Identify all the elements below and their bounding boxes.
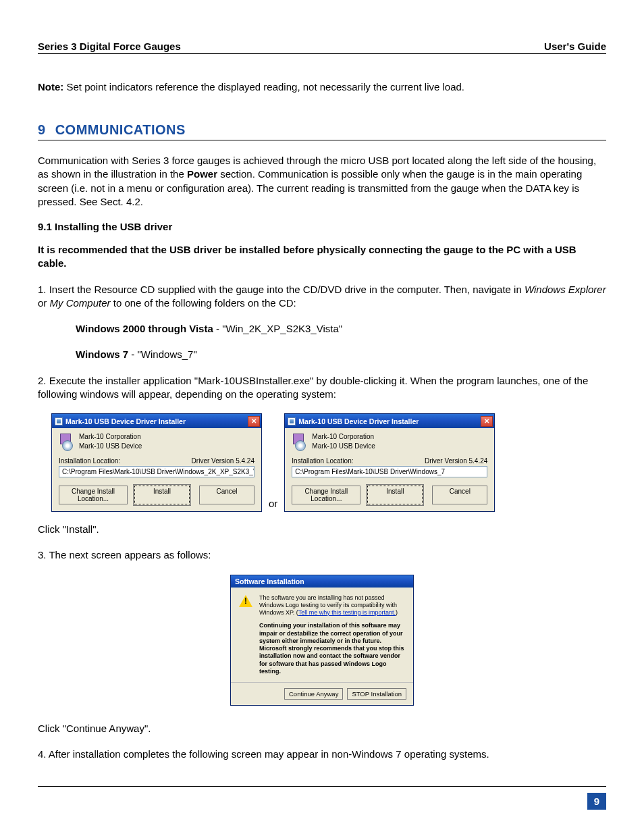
cancel-button[interactable]: Cancel <box>432 486 487 504</box>
folder-win2k: Windows 2000 through Vista - "Win_2K_XP_… <box>76 322 606 336</box>
installer-icon <box>59 432 74 450</box>
continue-anyway-button[interactable]: Continue Anyway <box>284 688 343 700</box>
soft-warning-bold: Continuing your installation of this sof… <box>259 622 405 675</box>
step1-mycomputer: My Computer <box>50 297 111 309</box>
install-button[interactable]: Install <box>367 486 423 504</box>
titlebar: Mark-10 USB Device Driver Installer ✕ <box>52 414 261 428</box>
step1-explorer: Windows Explorer <box>525 284 606 295</box>
titlebar: Mark-10 USB Device Driver Installer ✕ <box>285 414 494 428</box>
section-name: COMMUNICATIONS <box>55 122 186 137</box>
corp-name: Mark-10 Corporation <box>312 432 375 442</box>
note-text: Set point indicators reference the displ… <box>63 81 464 93</box>
win2k-path: - "Win_2K_XP_S2K3_Vista" <box>213 323 342 334</box>
stop-installation-button[interactable]: STOP Installation <box>347 688 406 700</box>
win7-path: - "Windows_7" <box>128 348 197 360</box>
soft-titlebar: Software Installation <box>231 575 413 588</box>
click-install: Click "Install". <box>38 523 606 536</box>
footer-rule <box>38 786 606 787</box>
step-1: 1. Insert the Resource CD supplied with … <box>38 283 606 311</box>
change-location-button[interactable]: Change Install Location... <box>59 486 128 504</box>
device-name: Mark-10 USB Device <box>79 442 142 451</box>
warning-icon: ! <box>239 594 252 608</box>
corp-name: Mark-10 Corporation <box>79 432 142 442</box>
version-label: Driver Version 5.4.24 <box>425 457 487 465</box>
location-label: Installation Location: <box>292 457 353 465</box>
section-title: 9COMMUNICATIONS <box>38 122 606 140</box>
recommendation: It is recommended that the USB driver be… <box>38 243 606 271</box>
titlebar-text: Mark-10 USB Device Driver Installer <box>65 417 186 425</box>
step-2: 2. Execute the installer application "Ma… <box>38 374 606 402</box>
close-icon[interactable]: ✕ <box>248 416 260 427</box>
installer-dialog-vista: Mark-10 USB Device Driver Installer ✕ Ma… <box>51 413 262 512</box>
installer-dialog-win7: Mark-10 USB Device Driver Installer ✕ Ma… <box>284 413 495 512</box>
installer-icon <box>292 432 306 450</box>
close-icon[interactable]: ✕ <box>481 416 493 427</box>
change-location-button[interactable]: Change Install Location... <box>292 486 360 504</box>
app-icon <box>288 417 296 425</box>
soft-message: The software you are installing has not … <box>259 594 405 676</box>
cancel-button[interactable]: Cancel <box>199 486 254 504</box>
header-right: User's Guide <box>544 41 606 52</box>
location-label: Installation Location: <box>59 457 120 465</box>
install-button[interactable]: Install <box>134 486 190 504</box>
subsection-heading: 9.1 Installing the USB driver <box>38 221 606 232</box>
device-name: Mark-10 USB Device <box>312 442 375 451</box>
note-label: Note: <box>38 81 63 93</box>
intro-power-bold: Power <box>187 168 217 180</box>
step1-a: 1. Insert the Resource CD supplied with … <box>38 284 525 295</box>
install-path: C:\Program Files\Mark-10\USB Driver\Wind… <box>59 466 254 477</box>
click-continue: Click "Continue Anyway". <box>38 722 606 735</box>
or-separator: or <box>269 498 277 512</box>
section-number: 9 <box>38 122 46 137</box>
software-installation-dialog: Software Installation ! The software you… <box>230 575 414 706</box>
page-number: 9 <box>587 793 606 810</box>
intro-paragraph: Communication with Series 3 force gauges… <box>38 154 606 209</box>
header-left: Series 3 Digital Force Gauges <box>38 41 181 52</box>
soft-line1b: ) <box>396 609 398 616</box>
page-header: Series 3 Digital Force Gauges User's Gui… <box>38 41 606 54</box>
step-4: 4. After installation completes the foll… <box>38 748 606 761</box>
app-icon <box>55 417 63 425</box>
win2k-label: Windows 2000 through Vista <box>76 323 213 334</box>
titlebar-text: Mark-10 USB Device Driver Installer <box>298 417 419 425</box>
win7-label: Windows 7 <box>76 348 128 360</box>
step1-c: or <box>38 297 50 309</box>
install-path: C:\Program Files\Mark-10\USB Driver\Wind… <box>292 466 487 477</box>
note-paragraph: Note: Set point indicators reference the… <box>38 81 606 93</box>
folder-win7: Windows 7 - "Windows_7" <box>76 348 606 361</box>
step1-e: to one of the following folders on the C… <box>111 297 296 309</box>
tell-me-why-link[interactable]: Tell me why this testing is important. <box>298 609 396 616</box>
version-label: Driver Version 5.4.24 <box>192 457 254 465</box>
installer-dialogs-row: Mark-10 USB Device Driver Installer ✕ Ma… <box>51 413 606 512</box>
step-3: 3. The next screen appears as follows: <box>38 548 606 562</box>
